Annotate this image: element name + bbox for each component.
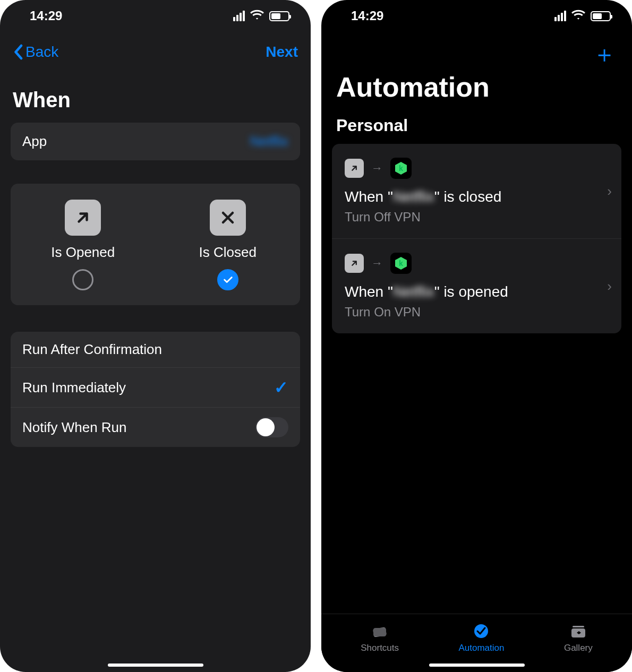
automation-title: When "Netflix" is closed xyxy=(345,188,609,205)
wifi-icon xyxy=(571,8,585,23)
run-options-card: Run After Confirmation Run Immediately ✓… xyxy=(11,332,300,447)
tab-gallery-label: Gallery xyxy=(564,643,593,653)
automation-subtitle: Turn Off VPN xyxy=(345,210,609,225)
automation-row[interactable]: → k When "Netflix" is closed Turn Off VP… xyxy=(332,144,621,239)
automation-row[interactable]: → k When "Netflix" is opened Turn On VPN… xyxy=(332,239,621,333)
automation-title: When "Netflix" is opened xyxy=(345,283,609,300)
tab-automation-label: Automation xyxy=(458,643,504,653)
check-icon xyxy=(222,274,234,286)
vpn-app-icon: k xyxy=(390,158,412,179)
add-automation-button[interactable]: ＋ xyxy=(593,42,616,66)
wifi-icon xyxy=(250,8,264,23)
top-actions: ＋ xyxy=(321,32,632,66)
left-phone-screen: 14:29 Back Next When App Netflix xyxy=(0,0,311,672)
back-button[interactable]: Back xyxy=(13,44,58,61)
app-trigger-icon xyxy=(345,159,364,178)
trigger-is-closed[interactable]: Is Closed xyxy=(156,200,301,290)
app-value: Netflix xyxy=(250,133,288,150)
trigger-opened-label: Is Opened xyxy=(51,244,115,261)
status-time: 14:29 xyxy=(30,8,62,23)
automation-icon xyxy=(471,622,492,641)
run-immediately-row[interactable]: Run Immediately ✓ xyxy=(11,368,300,408)
page-title: Automation xyxy=(321,66,632,113)
chevron-right-icon: › xyxy=(607,183,612,200)
nav-bar: Back Next xyxy=(0,32,311,67)
trigger-closed-label: Is Closed xyxy=(199,244,257,261)
run-after-confirmation-row[interactable]: Run After Confirmation xyxy=(11,332,300,368)
svg-point-6 xyxy=(474,624,488,638)
trigger-type-card: Is Opened Is Closed xyxy=(11,184,300,305)
home-indicator[interactable] xyxy=(108,664,203,667)
arrow-right-icon: → xyxy=(371,161,383,175)
notify-label: Notify When Run xyxy=(22,419,127,436)
open-app-icon xyxy=(65,200,101,236)
toggle-knob xyxy=(257,418,275,436)
svg-text:k: k xyxy=(399,259,403,268)
app-selector-card: App Netflix xyxy=(11,123,300,160)
chevron-right-icon: › xyxy=(607,278,612,295)
svg-rect-7 xyxy=(573,626,584,627)
vpn-app-icon: k xyxy=(390,253,412,274)
cellular-signal-icon xyxy=(233,11,245,21)
automation-icons: → k xyxy=(345,253,609,274)
tab-shortcuts-label: Shortcuts xyxy=(361,643,399,653)
arrow-right-icon: → xyxy=(371,256,383,270)
app-trigger-icon xyxy=(345,254,364,273)
app-selector-row[interactable]: App Netflix xyxy=(11,123,300,160)
battery-icon xyxy=(591,11,611,21)
section-personal: Personal xyxy=(321,113,632,144)
chevron-left-icon xyxy=(13,44,23,60)
status-bar: 14:29 xyxy=(0,0,311,32)
automation-list: → k When "Netflix" is closed Turn Off VP… xyxy=(332,144,621,333)
status-bar: 14:29 xyxy=(321,0,632,32)
battery-icon xyxy=(269,11,289,21)
cellular-signal-icon xyxy=(554,11,566,21)
close-app-icon xyxy=(210,200,246,236)
trigger-closed-radio[interactable] xyxy=(217,269,238,290)
run-immediately-label: Run Immediately xyxy=(22,380,126,396)
automation-subtitle: Turn On VPN xyxy=(345,305,609,320)
tab-automation[interactable]: Automation xyxy=(458,622,504,653)
tab-shortcuts[interactable]: Shortcuts xyxy=(361,622,399,653)
when-heading: When xyxy=(13,88,298,112)
notify-when-run-row: Notify When Run xyxy=(11,408,300,447)
trigger-is-opened[interactable]: Is Opened xyxy=(11,200,156,290)
gallery-icon xyxy=(568,622,589,641)
notify-toggle[interactable] xyxy=(255,417,288,437)
run-after-confirmation-label: Run After Confirmation xyxy=(22,341,162,358)
shortcuts-icon xyxy=(369,622,390,641)
status-time: 14:29 xyxy=(351,8,383,23)
app-label: App xyxy=(22,133,47,150)
status-indicators xyxy=(233,8,289,23)
right-phone-screen: 14:29 ＋ Automation Personal → k xyxy=(321,0,632,672)
svg-text:k: k xyxy=(399,164,403,173)
status-indicators xyxy=(554,8,611,23)
next-button[interactable]: Next xyxy=(266,44,298,61)
check-icon: ✓ xyxy=(274,377,288,398)
home-indicator[interactable] xyxy=(429,664,525,667)
svg-rect-5 xyxy=(373,628,386,636)
trigger-opened-radio[interactable] xyxy=(72,269,93,290)
tab-gallery[interactable]: Gallery xyxy=(564,622,593,653)
back-label: Back xyxy=(25,44,58,61)
automation-icons: → k xyxy=(345,158,609,179)
